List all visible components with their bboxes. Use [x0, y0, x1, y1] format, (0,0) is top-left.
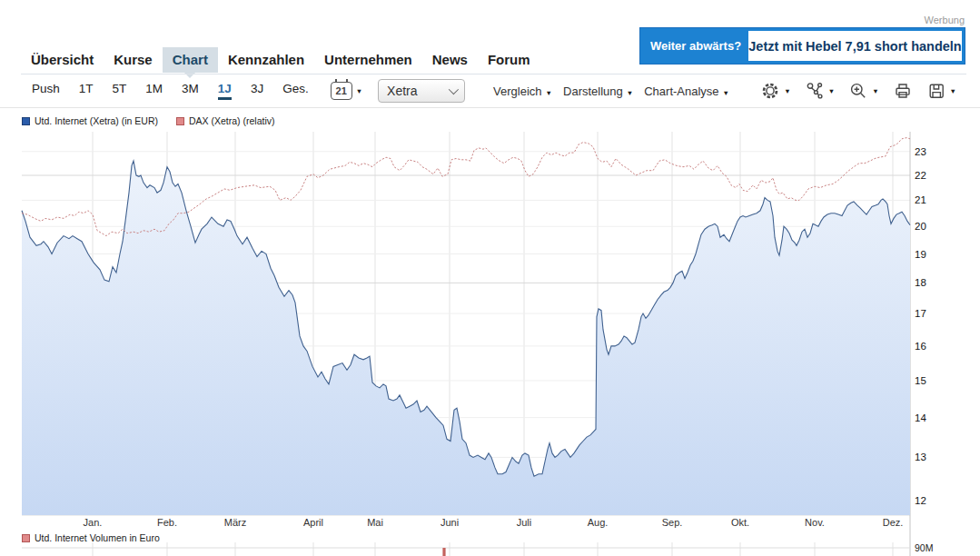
legend-item-dax: DAX (Xetra) (relativ) [176, 115, 275, 126]
svg-text:20: 20 [915, 221, 926, 232]
main-nav-tabs: ÜbersichtKurseChartKennzahlenUnternehmen… [21, 47, 540, 73]
svg-text:19: 19 [915, 249, 926, 260]
date-range-picker[interactable]: 21 ▼ [331, 82, 362, 100]
chevron-down-icon: ▼ [950, 87, 956, 95]
svg-text:Feb.: Feb. [157, 517, 177, 528]
indicators-nodes-icon [805, 81, 825, 101]
gear-icon [760, 81, 780, 101]
period-button-1t[interactable]: 1T [79, 82, 94, 100]
period-button-3m[interactable]: 3M [182, 82, 199, 100]
chevron-down-icon: ▼ [723, 89, 729, 97]
menu-vergleich[interactable]: Vergleich▼ [493, 84, 552, 98]
chevron-down-icon: ▼ [784, 87, 790, 95]
ad-banner-question: Weiter abwärts? [643, 31, 748, 61]
zoom-button[interactable]: ▼ [848, 81, 878, 101]
legend-item-price: Utd. Internet (Xetra) (in EUR) [22, 115, 158, 126]
volume-series-swatch [22, 534, 30, 542]
svg-text:Juni: Juni [441, 517, 459, 528]
menu-darstellung[interactable]: Darstellung▼ [563, 84, 633, 98]
exchange-select[interactable]: Xetra [378, 79, 465, 103]
svg-text:17: 17 [915, 308, 926, 319]
svg-text:Nov.: Nov. [805, 517, 825, 528]
svg-text:Aug.: Aug. [588, 517, 609, 528]
tab-kurse[interactable]: Kurse [104, 47, 163, 73]
chevron-down-icon [449, 84, 459, 94]
svg-text:Mai: Mai [367, 517, 383, 528]
print-icon [893, 81, 913, 101]
volume-pane: 90M60M [22, 542, 933, 556]
price-area-series [22, 161, 910, 515]
svg-text:Dez.: Dez. [883, 517, 904, 528]
svg-text:Sep.: Sep. [662, 517, 683, 528]
tab-news[interactable]: News [422, 47, 478, 73]
indicators-button[interactable]: ▼ [805, 81, 835, 101]
svg-text:16: 16 [915, 341, 926, 352]
advertising-label: Werbung [925, 15, 965, 25]
tab-übersicht[interactable]: Übersicht [21, 47, 104, 73]
volume-axis-label: 90M [915, 542, 933, 553]
period-button-3j[interactable]: 3J [251, 82, 263, 100]
chevron-down-icon: ▼ [872, 87, 878, 95]
calendar-icon[interactable]: 21 [331, 82, 352, 100]
exchange-select-value: Xetra [387, 84, 417, 98]
svg-text:April: April [303, 517, 323, 528]
svg-text:Juli: Juli [517, 517, 532, 528]
chevron-down-icon: ▼ [356, 87, 362, 95]
svg-text:Jan.: Jan. [84, 517, 103, 528]
settings-gear-button[interactable]: ▼ [760, 81, 790, 101]
menu-chart-analyse[interactable]: Chart-Analyse▼ [644, 84, 729, 98]
red-series-swatch [176, 117, 184, 125]
ad-banner[interactable]: Weiter abwärts? Jetzt mit Hebel 7,91 sho… [639, 27, 965, 65]
y-axis-labels: 232221201918171615141312 [915, 146, 926, 506]
chevron-down-icon: ▼ [828, 87, 835, 95]
chart-legend: Utd. Internet (Xetra) (in EUR) DAX (Xetr… [22, 115, 274, 126]
ad-banner-cta[interactable]: Jetzt mit Hebel 7,91 short handeln [748, 31, 962, 61]
volume-bar [442, 548, 445, 556]
svg-text:13: 13 [915, 452, 926, 462]
save-icon [926, 81, 946, 101]
zoom-in-icon [848, 81, 868, 101]
blue-series-swatch [22, 117, 30, 125]
tab-kennzahlen[interactable]: Kennzahlen [218, 47, 314, 73]
price-chart[interactable]: 232221201918171615141312Jan.Feb.MärzApri… [0, 132, 980, 556]
period-button-1j[interactable]: 1J [218, 82, 232, 100]
tab-unternehmen[interactable]: Unternehmen [314, 47, 422, 73]
tab-forum[interactable]: Forum [478, 47, 540, 73]
print-button[interactable] [893, 81, 913, 101]
volume-legend: Utd. Internet Volumen in Euro [22, 532, 160, 543]
svg-text:Okt.: Okt. [731, 517, 749, 528]
period-button-1m[interactable]: 1M [145, 82, 163, 100]
svg-text:18: 18 [915, 277, 926, 288]
svg-text:14: 14 [915, 412, 926, 423]
chart-tool-icons: ▼ ▼ ▼ [760, 81, 956, 101]
save-button[interactable]: ▼ [926, 81, 956, 101]
svg-text:23: 23 [915, 146, 926, 157]
chart-menus: Vergleich▼Darstellung▼Chart-Analyse▼ [493, 84, 729, 98]
chevron-down-icon: ▼ [546, 89, 552, 97]
tab-chart[interactable]: Chart [163, 47, 218, 73]
period-button-push[interactable]: Push [32, 82, 60, 100]
svg-text:15: 15 [915, 375, 926, 386]
svg-text:22: 22 [915, 170, 926, 181]
chevron-down-icon: ▼ [627, 89, 633, 97]
svg-text:12: 12 [915, 495, 926, 506]
svg-text:März: März [224, 517, 246, 528]
x-axis-labels: Jan.Feb.MärzAprilMaiJuniJuliAug.Sep.Okt.… [84, 517, 904, 528]
period-button-ges-[interactable]: Ges. [282, 82, 309, 100]
chart-page: Werbung Weiter abwärts? Jetzt mit Hebel … [0, 0, 980, 556]
svg-text:21: 21 [915, 194, 926, 205]
chart-toolbar: Push1T5T1M3M1J3JGes. 21 ▼ Xetra Vergleic… [0, 74, 980, 108]
period-buttons: Push1T5T1M3M1J3JGes. [32, 82, 309, 100]
period-button-5t[interactable]: 5T [113, 82, 127, 100]
